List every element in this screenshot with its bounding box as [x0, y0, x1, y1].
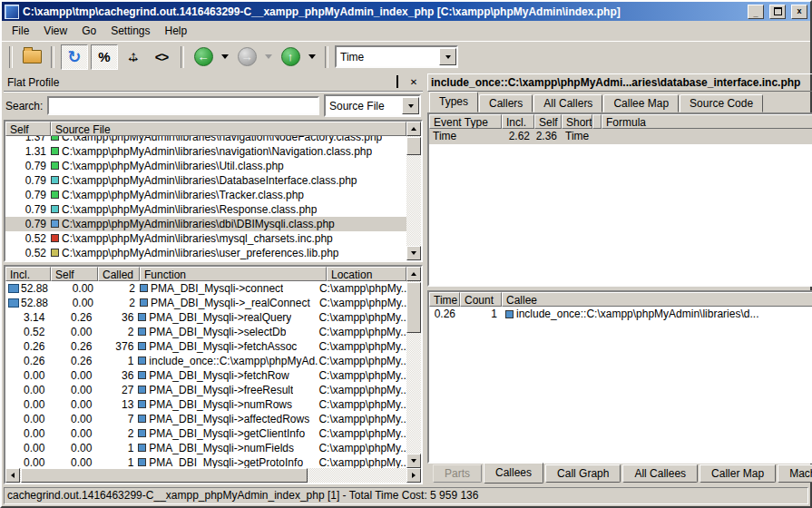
- up-button[interactable]: ↑: [278, 45, 303, 69]
- close-button[interactable]: x: [791, 5, 807, 19]
- column-header-function[interactable]: Function: [140, 267, 327, 281]
- column-header-blank[interactable]: [592, 114, 602, 129]
- source-list-vscrollbar[interactable]: [406, 122, 421, 260]
- search-input[interactable]: [47, 96, 319, 115]
- function-table-header: Incl. Self Called Function Location: [5, 267, 406, 281]
- back-button[interactable]: ←: [191, 45, 216, 69]
- minimize-button[interactable]: _: [748, 5, 764, 19]
- column-header-self[interactable]: Self: [534, 114, 562, 129]
- scroll-up-button[interactable]: [406, 267, 421, 281]
- table-row[interactable]: 52.880.002PMA_DBI_Mysqli->_realConnectC:…: [5, 296, 406, 310]
- list-item[interactable]: 0.52C:\xampp\phpMyAdmin\libraries\user_p…: [5, 246, 406, 260]
- column-header-callee[interactable]: Callee: [502, 292, 812, 307]
- maximize-button[interactable]: [769, 5, 786, 19]
- scroll-thumb[interactable]: [406, 137, 421, 155]
- function-cell: PMA_DBI_Mysqli->realQuery: [138, 310, 318, 325]
- function-cell: PMA_DBI_Mysqli->numRows: [138, 397, 318, 412]
- tab-source-code[interactable]: Source Code: [680, 94, 763, 112]
- cycle-detection-button[interactable]: ↔↕: [121, 45, 146, 69]
- tab-types[interactable]: Types: [429, 92, 478, 112]
- menu-view[interactable]: View: [37, 23, 73, 39]
- menu-go[interactable]: Go: [75, 23, 103, 39]
- list-item[interactable]: 1.37C:\xampp\phpMyAdmin\libraries\naviga…: [5, 136, 406, 144]
- close-dock-button[interactable]: ✕: [408, 77, 419, 87]
- back-dropdown-icon[interactable]: [221, 54, 229, 59]
- scroll-down-button[interactable]: [406, 246, 421, 260]
- list-item[interactable]: 0.79C:\xampp\phpMyAdmin\libraries\Tracke…: [5, 188, 406, 202]
- table-row[interactable]: 0.260.26376PMA_DBI_Mysqli->fetchAssocC:\…: [5, 339, 406, 354]
- column-header-event-type[interactable]: Event Type: [429, 114, 502, 129]
- column-header-count[interactable]: Count: [460, 292, 502, 307]
- table-row[interactable]: 0.000.0013PMA_DBI_Mysqli->numRowsC:\xamp…: [5, 397, 406, 412]
- column-header-short[interactable]: Short: [562, 114, 592, 129]
- column-header-source-file[interactable]: Source File: [51, 122, 406, 136]
- table-row[interactable]: 3.140.2636PMA_DBI_Mysqli->realQueryC:\xa…: [5, 310, 406, 325]
- tab-all-callers[interactable]: All Callers: [533, 94, 602, 112]
- scroll-right-button[interactable]: [406, 468, 421, 483]
- tab-callers[interactable]: Callers: [479, 94, 533, 112]
- column-header-incl[interactable]: Incl.: [5, 267, 51, 281]
- percent-toggle-button[interactable]: %: [91, 44, 118, 70]
- column-header-time[interactable]: Time: [429, 292, 460, 307]
- table-row[interactable]: 0.260.261include_once::C:\xampp\phpMyAd.…: [5, 354, 406, 368]
- scroll-thumb[interactable]: [21, 468, 308, 483]
- column-header-location[interactable]: Location: [327, 267, 406, 281]
- list-item[interactable]: 0.79C:\xampp\phpMyAdmin\libraries\Databa…: [5, 173, 406, 188]
- function-icon: [138, 386, 146, 394]
- tab-callees[interactable]: Callees: [484, 463, 543, 484]
- list-item[interactable]: 0.79C:\xampp\phpMyAdmin\libraries\dbi\DB…: [5, 217, 406, 231]
- source-file-path: C:\xampp\phpMyAdmin\libraries\Response.c…: [62, 202, 317, 217]
- group-select[interactable]: Source File: [324, 94, 421, 117]
- function-table-hscrollbar[interactable]: [5, 468, 421, 483]
- combo-dropdown-button[interactable]: [402, 97, 419, 114]
- column-header-self[interactable]: Self: [5, 122, 51, 136]
- combo-dropdown-button[interactable]: [439, 48, 456, 65]
- callees-table: Time Count Callee 0.26 1 include_once::C…: [427, 290, 812, 464]
- table-row[interactable]: 0.000.001PMA_DBI_Mysqli->numFieldsC:\xam…: [5, 441, 406, 455]
- dock-title-bar[interactable]: Flat Profile ✕: [4, 73, 423, 92]
- list-item[interactable]: 0.52C:\xampp\phpMyAdmin\libraries\mysql_…: [5, 231, 406, 246]
- column-header-called[interactable]: Called: [98, 267, 140, 281]
- table-row[interactable]: 0.26 1 include_once::C:\xampp\phpMyAdmin…: [429, 307, 812, 322]
- column-header-formula[interactable]: Formula: [602, 114, 812, 129]
- tab-caller-map[interactable]: Caller Map: [699, 464, 776, 483]
- forward-dropdown-icon[interactable]: [265, 54, 272, 59]
- up-dropdown-icon[interactable]: [308, 54, 316, 59]
- table-row[interactable]: 0.000.001PMA_DBI_Mysqli->getProtoInfoC:\…: [5, 455, 406, 468]
- list-item[interactable]: 1.31C:\xampp\phpMyAdmin\libraries\naviga…: [5, 144, 406, 159]
- tab-call-graph[interactable]: Call Graph: [545, 464, 621, 483]
- function-table-vscrollbar[interactable]: [406, 267, 421, 468]
- scroll-left-button[interactable]: [5, 468, 20, 483]
- tab-machine[interactable]: Machine: [778, 464, 812, 483]
- menu-settings[interactable]: Settings: [104, 23, 156, 39]
- list-item[interactable]: 0.79C:\xampp\phpMyAdmin\libraries\Respon…: [5, 202, 406, 217]
- table-row[interactable]: Time 2.62 2.36 Time: [429, 129, 812, 144]
- shorten-templates-button[interactable]: <>: [149, 45, 174, 69]
- menu-file[interactable]: File: [5, 23, 35, 39]
- scroll-down-button[interactable]: [406, 454, 421, 468]
- table-row[interactable]: 0.000.0036PMA_DBI_Mysqli->fetchRowC:\xam…: [5, 368, 406, 383]
- scroll-up-button[interactable]: [406, 122, 421, 136]
- callees-table-rows: 0.26 1 include_once::C:\xampp\phpMyAdmin…: [429, 307, 812, 462]
- tab-parts[interactable]: Parts: [433, 464, 482, 483]
- forward-button[interactable]: →: [234, 45, 259, 69]
- table-row[interactable]: 0.520.002PMA_DBI_Mysqli->selectDbC:\xamp…: [5, 325, 406, 339]
- list-item[interactable]: 0.79C:\xampp\phpMyAdmin\libraries\Util.c…: [5, 159, 406, 173]
- scroll-thumb[interactable]: [406, 282, 421, 333]
- title-bar[interactable]: C:\xampp\tmp\cachegrind.out.1416463299-C…: [2, 2, 810, 21]
- count-cell: 1: [460, 307, 502, 322]
- tab-callee-map[interactable]: Callee Map: [603, 94, 679, 112]
- table-row[interactable]: 0.000.0027PMA_DBI_Mysqli->freeResultC:\x…: [5, 383, 406, 397]
- open-file-button[interactable]: [19, 45, 44, 69]
- reload-button[interactable]: ↻: [61, 44, 88, 70]
- up-icon: ↑: [281, 47, 300, 66]
- tab-all-callees[interactable]: All Callees: [622, 464, 698, 483]
- table-row[interactable]: 0.000.007PMA_DBI_Mysqli->affectedRowsC:\…: [5, 412, 406, 426]
- column-header-self[interactable]: Self: [51, 267, 98, 281]
- column-header-incl[interactable]: Incl.: [502, 114, 534, 129]
- table-row[interactable]: 52.880.002PMA_DBI_Mysqli->connectC:\xamp…: [5, 281, 406, 296]
- menu-help[interactable]: Help: [159, 23, 194, 39]
- table-row[interactable]: 0.000.002PMA_DBI_Mysqli->getClientInfoC:…: [5, 426, 406, 441]
- float-dock-button[interactable]: [392, 77, 403, 87]
- event-type-select[interactable]: Time: [335, 45, 458, 68]
